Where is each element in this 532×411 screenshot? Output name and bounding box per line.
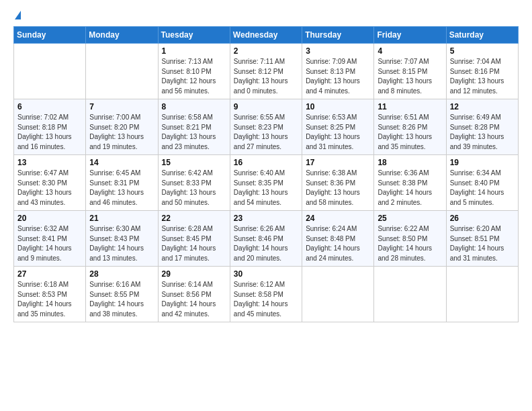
day-detail: Sunrise: 6:12 AM Sunset: 8:58 PM Dayligh…: [234, 280, 298, 319]
calendar-cell: 9Sunrise: 6:55 AM Sunset: 8:23 PM Daylig…: [230, 99, 302, 155]
calendar-cell: 12Sunrise: 6:49 AM Sunset: 8:28 PM Dayli…: [446, 99, 518, 155]
calendar-cell: 17Sunrise: 6:38 AM Sunset: 8:36 PM Dayli…: [302, 155, 374, 211]
day-detail: Sunrise: 6:42 AM Sunset: 8:33 PM Dayligh…: [162, 169, 226, 208]
day-detail: Sunrise: 6:16 AM Sunset: 8:55 PM Dayligh…: [89, 280, 154, 319]
day-detail: Sunrise: 7:02 AM Sunset: 8:18 PM Dayligh…: [17, 113, 82, 152]
day-detail: Sunrise: 6:51 AM Sunset: 8:26 PM Dayligh…: [378, 113, 442, 152]
day-detail: Sunrise: 6:38 AM Sunset: 8:36 PM Dayligh…: [306, 169, 370, 208]
day-detail: Sunrise: 6:45 AM Sunset: 8:31 PM Dayligh…: [89, 169, 154, 208]
day-number: 13: [17, 158, 82, 167]
day-detail: Sunrise: 6:26 AM Sunset: 8:46 PM Dayligh…: [234, 224, 298, 263]
calendar-cell: 23Sunrise: 6:26 AM Sunset: 8:46 PM Dayli…: [230, 211, 302, 267]
calendar-table: SundayMondayTuesdayWednesdayThursdayFrid…: [13, 26, 519, 322]
day-number: 14: [89, 158, 154, 167]
col-header-saturday: Saturday: [446, 27, 518, 44]
day-number: 22: [162, 214, 226, 223]
day-detail: Sunrise: 6:18 AM Sunset: 8:53 PM Dayligh…: [17, 280, 82, 319]
day-number: 20: [17, 214, 82, 223]
day-detail: Sunrise: 6:40 AM Sunset: 8:35 PM Dayligh…: [234, 169, 298, 208]
col-header-monday: Monday: [86, 27, 158, 44]
day-detail: Sunrise: 6:22 AM Sunset: 8:50 PM Dayligh…: [378, 224, 442, 263]
header: [13, 11, 519, 19]
calendar-cell: 7Sunrise: 7:00 AM Sunset: 8:20 PM Daylig…: [86, 99, 158, 155]
day-detail: Sunrise: 6:49 AM Sunset: 8:28 PM Dayligh…: [450, 113, 515, 152]
day-number: 26: [450, 214, 515, 223]
calendar-cell: 29Sunrise: 6:14 AM Sunset: 8:56 PM Dayli…: [158, 267, 230, 322]
calendar-cell: 6Sunrise: 7:02 AM Sunset: 8:18 PM Daylig…: [14, 99, 86, 155]
calendar-cell: 21Sunrise: 6:30 AM Sunset: 8:43 PM Dayli…: [86, 211, 158, 267]
calendar-cell: 2Sunrise: 7:11 AM Sunset: 8:12 PM Daylig…: [230, 44, 302, 99]
col-header-friday: Friday: [374, 27, 446, 44]
calendar-cell: 26Sunrise: 6:20 AM Sunset: 8:51 PM Dayli…: [446, 211, 518, 267]
calendar-cell: 1Sunrise: 7:13 AM Sunset: 8:10 PM Daylig…: [158, 44, 230, 99]
day-number: 23: [234, 214, 298, 223]
calendar-cell: 20Sunrise: 6:32 AM Sunset: 8:41 PM Dayli…: [14, 211, 86, 267]
day-number: 30: [234, 269, 298, 279]
day-number: 27: [17, 269, 82, 279]
calendar-cell: 24Sunrise: 6:24 AM Sunset: 8:48 PM Dayli…: [302, 211, 374, 267]
calendar-week-2: 6Sunrise: 7:02 AM Sunset: 8:18 PM Daylig…: [14, 99, 519, 155]
day-number: 6: [17, 102, 82, 111]
day-number: 15: [162, 158, 226, 167]
day-number: 29: [162, 269, 226, 279]
col-header-thursday: Thursday: [302, 27, 374, 44]
day-detail: Sunrise: 6:58 AM Sunset: 8:21 PM Dayligh…: [162, 113, 226, 152]
calendar-cell: 14Sunrise: 6:45 AM Sunset: 8:31 PM Dayli…: [86, 155, 158, 211]
calendar-week-5: 27Sunrise: 6:18 AM Sunset: 8:53 PM Dayli…: [14, 267, 519, 322]
day-number: 2: [234, 46, 298, 56]
calendar-cell: [86, 44, 158, 99]
day-detail: Sunrise: 6:47 AM Sunset: 8:30 PM Dayligh…: [17, 169, 82, 208]
day-detail: Sunrise: 7:13 AM Sunset: 8:10 PM Dayligh…: [162, 57, 226, 96]
logo: [13, 11, 21, 19]
day-detail: Sunrise: 7:00 AM Sunset: 8:20 PM Dayligh…: [89, 113, 154, 152]
day-number: 24: [306, 214, 370, 223]
col-header-tuesday: Tuesday: [158, 27, 230, 44]
day-number: 7: [89, 102, 154, 111]
day-detail: Sunrise: 6:55 AM Sunset: 8:23 PM Dayligh…: [234, 113, 298, 152]
calendar-cell: [374, 267, 446, 322]
day-detail: Sunrise: 7:07 AM Sunset: 8:15 PM Dayligh…: [378, 57, 442, 96]
day-number: 21: [89, 214, 154, 223]
calendar-cell: 16Sunrise: 6:40 AM Sunset: 8:35 PM Dayli…: [230, 155, 302, 211]
day-detail: Sunrise: 6:34 AM Sunset: 8:40 PM Dayligh…: [450, 169, 515, 208]
day-detail: Sunrise: 6:53 AM Sunset: 8:25 PM Dayligh…: [306, 113, 370, 152]
day-number: 5: [450, 46, 515, 56]
day-number: 10: [306, 102, 370, 111]
calendar-cell: [446, 267, 518, 322]
day-number: 9: [234, 102, 298, 111]
day-number: 19: [450, 158, 515, 167]
day-detail: Sunrise: 6:36 AM Sunset: 8:38 PM Dayligh…: [378, 169, 442, 208]
page: SundayMondayTuesdayWednesdayThursdayFrid…: [0, 0, 532, 333]
day-detail: Sunrise: 7:11 AM Sunset: 8:12 PM Dayligh…: [234, 57, 298, 96]
calendar-cell: 25Sunrise: 6:22 AM Sunset: 8:50 PM Dayli…: [374, 211, 446, 267]
calendar-cell: 5Sunrise: 7:04 AM Sunset: 8:16 PM Daylig…: [446, 44, 518, 99]
calendar-cell: [302, 267, 374, 322]
calendar-cell: 18Sunrise: 6:36 AM Sunset: 8:38 PM Dayli…: [374, 155, 446, 211]
calendar-cell: 19Sunrise: 6:34 AM Sunset: 8:40 PM Dayli…: [446, 155, 518, 211]
calendar-week-3: 13Sunrise: 6:47 AM Sunset: 8:30 PM Dayli…: [14, 155, 519, 211]
calendar-cell: 15Sunrise: 6:42 AM Sunset: 8:33 PM Dayli…: [158, 155, 230, 211]
calendar-header-row: SundayMondayTuesdayWednesdayThursdayFrid…: [14, 27, 519, 44]
day-detail: Sunrise: 6:28 AM Sunset: 8:45 PM Dayligh…: [162, 224, 226, 263]
day-number: 18: [378, 158, 442, 167]
calendar-cell: 22Sunrise: 6:28 AM Sunset: 8:45 PM Dayli…: [158, 211, 230, 267]
calendar-cell: 3Sunrise: 7:09 AM Sunset: 8:13 PM Daylig…: [302, 44, 374, 99]
day-detail: Sunrise: 6:30 AM Sunset: 8:43 PM Dayligh…: [89, 224, 154, 263]
day-detail: Sunrise: 6:32 AM Sunset: 8:41 PM Dayligh…: [17, 224, 82, 263]
calendar-cell: 30Sunrise: 6:12 AM Sunset: 8:58 PM Dayli…: [230, 267, 302, 322]
calendar-cell: 28Sunrise: 6:16 AM Sunset: 8:55 PM Dayli…: [86, 267, 158, 322]
col-header-wednesday: Wednesday: [230, 27, 302, 44]
day-number: 28: [89, 269, 154, 279]
day-number: 3: [306, 46, 370, 56]
day-number: 11: [378, 102, 442, 111]
calendar-cell: 27Sunrise: 6:18 AM Sunset: 8:53 PM Dayli…: [14, 267, 86, 322]
col-header-sunday: Sunday: [14, 27, 86, 44]
day-number: 16: [234, 158, 298, 167]
calendar-cell: 8Sunrise: 6:58 AM Sunset: 8:21 PM Daylig…: [158, 99, 230, 155]
day-detail: Sunrise: 6:14 AM Sunset: 8:56 PM Dayligh…: [162, 280, 226, 319]
calendar-cell: 11Sunrise: 6:51 AM Sunset: 8:26 PM Dayli…: [374, 99, 446, 155]
calendar-cell: [14, 44, 86, 99]
day-detail: Sunrise: 7:04 AM Sunset: 8:16 PM Dayligh…: [450, 57, 515, 96]
day-number: 8: [162, 102, 226, 111]
calendar-week-4: 20Sunrise: 6:32 AM Sunset: 8:41 PM Dayli…: [14, 211, 519, 267]
